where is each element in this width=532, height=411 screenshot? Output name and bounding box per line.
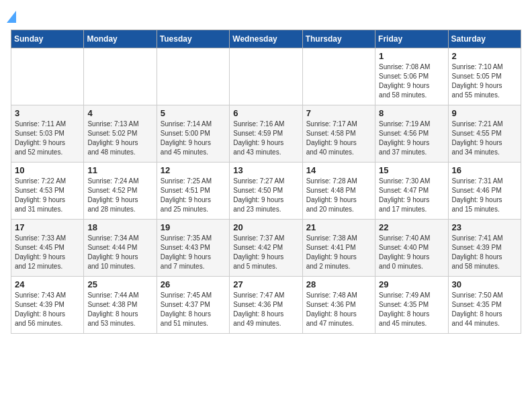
- calendar-cell: 20Sunrise: 7:37 AM Sunset: 4:42 PM Dayli…: [230, 220, 302, 277]
- day-number: 8: [379, 108, 444, 118]
- calendar-cell: 26Sunrise: 7:45 AM Sunset: 4:37 PM Dayli…: [157, 277, 229, 334]
- calendar-cell: [157, 48, 229, 105]
- calendar-cell: 17Sunrise: 7:33 AM Sunset: 4:45 PM Dayli…: [11, 220, 84, 277]
- day-number: 16: [452, 165, 517, 175]
- day-info: Sunrise: 7:38 AM Sunset: 4:41 PM Dayligh…: [306, 234, 371, 271]
- weekday-header-wednesday: Wednesday: [230, 30, 302, 48]
- day-number: 19: [161, 222, 226, 232]
- calendar-cell: 5Sunrise: 7:14 AM Sunset: 5:00 PM Daylig…: [157, 105, 229, 163]
- calendar-cell: 23Sunrise: 7:41 AM Sunset: 4:39 PM Dayli…: [448, 220, 521, 277]
- logo: [11, 11, 16, 21]
- calendar-cell: 14Sunrise: 7:28 AM Sunset: 4:48 PM Dayli…: [302, 163, 375, 220]
- day-info: Sunrise: 7:48 AM Sunset: 4:36 PM Dayligh…: [306, 291, 371, 328]
- day-info: Sunrise: 7:44 AM Sunset: 4:38 PM Dayligh…: [87, 291, 152, 328]
- calendar-cell: 11Sunrise: 7:24 AM Sunset: 4:52 PM Dayli…: [84, 163, 157, 220]
- day-number: 5: [161, 108, 226, 118]
- day-number: 24: [15, 279, 80, 289]
- calendar-cell: 22Sunrise: 7:40 AM Sunset: 4:40 PM Dayli…: [375, 220, 448, 277]
- day-number: 4: [87, 108, 152, 118]
- calendar-cell: 21Sunrise: 7:38 AM Sunset: 4:41 PM Dayli…: [302, 220, 375, 277]
- day-info: Sunrise: 7:50 AM Sunset: 4:35 PM Dayligh…: [452, 291, 517, 328]
- day-number: 27: [233, 279, 298, 289]
- day-number: 21: [306, 222, 371, 232]
- day-info: Sunrise: 7:13 AM Sunset: 5:02 PM Dayligh…: [87, 120, 152, 157]
- calendar-cell: 2Sunrise: 7:10 AM Sunset: 5:05 PM Daylig…: [448, 48, 521, 105]
- weekday-header-friday: Friday: [375, 30, 448, 48]
- calendar-cell: 24Sunrise: 7:43 AM Sunset: 4:39 PM Dayli…: [11, 277, 84, 334]
- day-info: Sunrise: 7:17 AM Sunset: 4:58 PM Dayligh…: [306, 120, 371, 157]
- day-info: Sunrise: 7:10 AM Sunset: 5:05 PM Dayligh…: [452, 62, 517, 100]
- day-info: Sunrise: 7:45 AM Sunset: 4:37 PM Dayligh…: [161, 291, 226, 328]
- calendar-cell: 10Sunrise: 7:22 AM Sunset: 4:53 PM Dayli…: [11, 163, 84, 220]
- day-number: 7: [306, 108, 371, 118]
- calendar-cell: 16Sunrise: 7:31 AM Sunset: 4:46 PM Dayli…: [448, 163, 521, 220]
- calendar-cell: 18Sunrise: 7:34 AM Sunset: 4:44 PM Dayli…: [84, 220, 157, 277]
- day-number: 13: [233, 165, 298, 175]
- calendar-cell: 4Sunrise: 7:13 AM Sunset: 5:02 PM Daylig…: [84, 105, 157, 163]
- day-number: 12: [161, 165, 226, 175]
- day-info: Sunrise: 7:14 AM Sunset: 5:00 PM Dayligh…: [161, 120, 226, 157]
- calendar-cell: 19Sunrise: 7:35 AM Sunset: 4:43 PM Dayli…: [157, 220, 229, 277]
- day-info: Sunrise: 7:31 AM Sunset: 4:46 PM Dayligh…: [452, 177, 517, 214]
- calendar-cell: [230, 48, 302, 105]
- day-info: Sunrise: 7:35 AM Sunset: 4:43 PM Dayligh…: [161, 234, 226, 271]
- day-number: 11: [87, 165, 152, 175]
- day-number: 25: [87, 279, 152, 289]
- calendar-cell: 25Sunrise: 7:44 AM Sunset: 4:38 PM Dayli…: [84, 277, 157, 334]
- day-info: Sunrise: 7:21 AM Sunset: 4:55 PM Dayligh…: [452, 120, 517, 157]
- day-info: Sunrise: 7:40 AM Sunset: 4:40 PM Dayligh…: [379, 234, 444, 271]
- day-number: 28: [306, 279, 371, 289]
- day-number: 3: [15, 108, 80, 118]
- day-info: Sunrise: 7:16 AM Sunset: 4:59 PM Dayligh…: [233, 120, 298, 157]
- day-info: Sunrise: 7:41 AM Sunset: 4:39 PM Dayligh…: [452, 234, 517, 271]
- calendar-week-row: 3Sunrise: 7:11 AM Sunset: 5:03 PM Daylig…: [11, 105, 521, 163]
- day-number: 30: [452, 279, 517, 289]
- day-info: Sunrise: 7:47 AM Sunset: 4:36 PM Dayligh…: [233, 291, 298, 328]
- calendar-week-row: 1Sunrise: 7:08 AM Sunset: 5:06 PM Daylig…: [11, 48, 521, 105]
- day-number: 1: [379, 51, 444, 61]
- calendar-cell: 27Sunrise: 7:47 AM Sunset: 4:36 PM Dayli…: [230, 277, 302, 334]
- calendar-week-row: 24Sunrise: 7:43 AM Sunset: 4:39 PM Dayli…: [11, 277, 521, 334]
- calendar-cell: 15Sunrise: 7:30 AM Sunset: 4:47 PM Dayli…: [375, 163, 448, 220]
- weekday-header-tuesday: Tuesday: [157, 30, 229, 48]
- day-info: Sunrise: 7:11 AM Sunset: 5:03 PM Dayligh…: [15, 120, 80, 157]
- calendar-cell: 12Sunrise: 7:25 AM Sunset: 4:51 PM Dayli…: [157, 163, 229, 220]
- day-info: Sunrise: 7:49 AM Sunset: 4:35 PM Dayligh…: [379, 291, 444, 328]
- logo-triangle-icon: [7, 11, 16, 23]
- day-info: Sunrise: 7:25 AM Sunset: 4:51 PM Dayligh…: [161, 177, 226, 214]
- calendar-cell: 6Sunrise: 7:16 AM Sunset: 4:59 PM Daylig…: [230, 105, 302, 163]
- day-number: 29: [379, 279, 444, 289]
- day-number: 26: [161, 279, 226, 289]
- day-info: Sunrise: 7:08 AM Sunset: 5:06 PM Dayligh…: [379, 62, 444, 100]
- day-info: Sunrise: 7:37 AM Sunset: 4:42 PM Dayligh…: [233, 234, 298, 271]
- day-info: Sunrise: 7:22 AM Sunset: 4:53 PM Dayligh…: [15, 177, 80, 214]
- calendar-cell: [302, 48, 375, 105]
- day-number: 2: [452, 51, 517, 61]
- weekday-header-sunday: Sunday: [11, 30, 84, 48]
- calendar-cell: [84, 48, 157, 105]
- day-number: 9: [452, 108, 517, 118]
- day-info: Sunrise: 7:19 AM Sunset: 4:56 PM Dayligh…: [379, 120, 444, 157]
- calendar-cell: 1Sunrise: 7:08 AM Sunset: 5:06 PM Daylig…: [375, 48, 448, 105]
- weekday-header-row: SundayMondayTuesdayWednesdayThursdayFrid…: [11, 30, 521, 48]
- calendar-cell: 13Sunrise: 7:27 AM Sunset: 4:50 PM Dayli…: [230, 163, 302, 220]
- day-number: 18: [87, 222, 152, 232]
- calendar-cell: 8Sunrise: 7:19 AM Sunset: 4:56 PM Daylig…: [375, 105, 448, 163]
- calendar-week-row: 10Sunrise: 7:22 AM Sunset: 4:53 PM Dayli…: [11, 163, 521, 220]
- day-number: 6: [233, 108, 298, 118]
- calendar-cell: 3Sunrise: 7:11 AM Sunset: 5:03 PM Daylig…: [11, 105, 84, 163]
- calendar-cell: 9Sunrise: 7:21 AM Sunset: 4:55 PM Daylig…: [448, 105, 521, 163]
- day-number: 23: [452, 222, 517, 232]
- calendar-table: SundayMondayTuesdayWednesdayThursdayFrid…: [11, 30, 521, 334]
- day-number: 17: [15, 222, 80, 232]
- calendar-cell: 7Sunrise: 7:17 AM Sunset: 4:58 PM Daylig…: [302, 105, 375, 163]
- day-info: Sunrise: 7:28 AM Sunset: 4:48 PM Dayligh…: [306, 177, 371, 214]
- day-info: Sunrise: 7:34 AM Sunset: 4:44 PM Dayligh…: [87, 234, 152, 271]
- weekday-header-thursday: Thursday: [302, 30, 375, 48]
- day-number: 10: [15, 165, 80, 175]
- day-info: Sunrise: 7:43 AM Sunset: 4:39 PM Dayligh…: [15, 291, 80, 328]
- day-number: 14: [306, 165, 371, 175]
- calendar-cell: 29Sunrise: 7:49 AM Sunset: 4:35 PM Dayli…: [375, 277, 448, 334]
- day-info: Sunrise: 7:24 AM Sunset: 4:52 PM Dayligh…: [87, 177, 152, 214]
- day-info: Sunrise: 7:27 AM Sunset: 4:50 PM Dayligh…: [233, 177, 298, 214]
